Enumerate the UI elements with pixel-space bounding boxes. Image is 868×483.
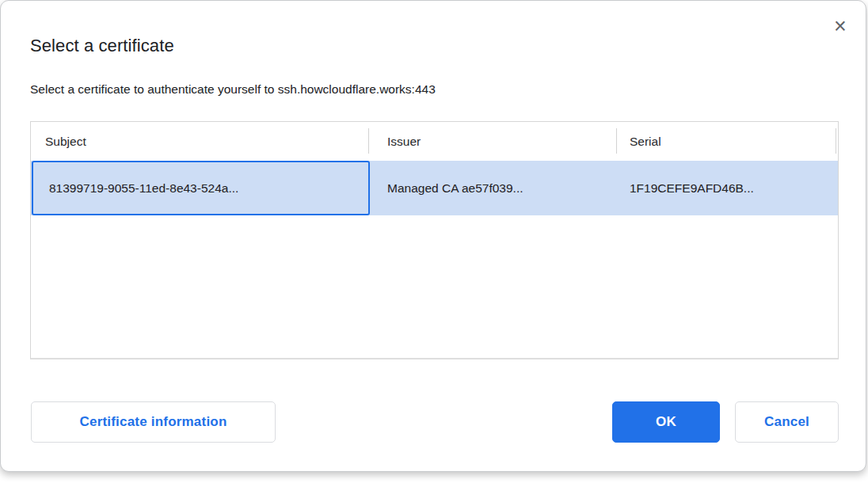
ok-button[interactable]: OK	[612, 401, 720, 443]
column-divider	[616, 128, 617, 154]
close-icon[interactable]: ×	[826, 12, 855, 40]
table-header: Subject Issuer Serial	[31, 122, 838, 161]
column-divider	[368, 128, 369, 154]
column-divider	[836, 128, 836, 154]
column-header-issuer: Issuer	[368, 135, 616, 149]
cell-issuer: Managed CA ae57f039...	[368, 181, 616, 196]
dialog-subtitle: Select a certificate to authenticate you…	[30, 82, 436, 97]
column-header-serial: Serial	[616, 135, 838, 149]
certificate-table: Subject Issuer Serial 81399719-9055-11ed…	[30, 121, 839, 359]
page-title: Select a certificate	[30, 36, 174, 56]
select-certificate-dialog: × Select a certificate Select a certific…	[0, 0, 866, 472]
cancel-button[interactable]: Cancel	[735, 401, 839, 443]
table-row[interactable]: 81399719-9055-11ed-8e43-524a... Managed …	[31, 161, 838, 215]
cell-serial: 1F19CEFE9AFD46B...	[616, 181, 838, 196]
certificate-information-button[interactable]: Certificate information	[31, 401, 276, 443]
column-header-subject: Subject	[31, 135, 368, 149]
cell-subject: 81399719-9055-11ed-8e43-524a...	[31, 181, 368, 196]
